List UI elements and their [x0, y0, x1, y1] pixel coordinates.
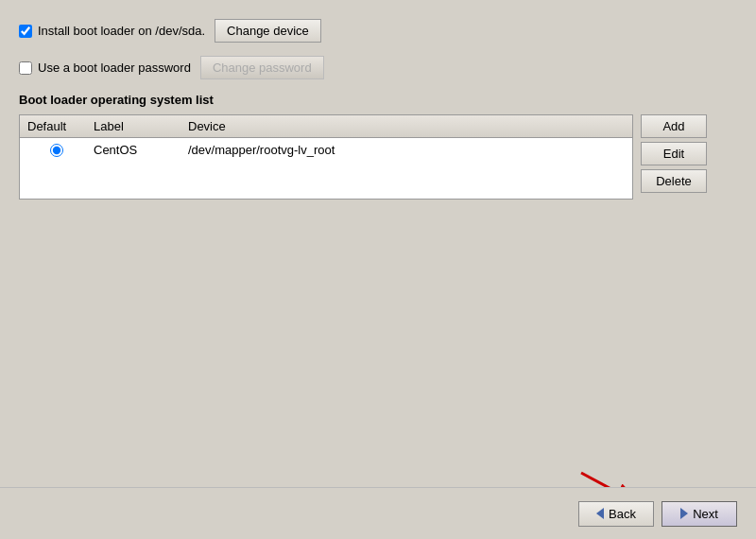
install-bootloader-label: Install boot loader on /dev/sda. — [19, 24, 205, 38]
col-header-device: Device — [184, 118, 628, 134]
os-list-title: Boot loader operating system list — [19, 93, 737, 107]
back-button[interactable]: Back — [578, 501, 654, 527]
row-device: /dev/mapper/rootvg-lv_root — [184, 142, 628, 158]
use-password-label: Use a boot loader password — [19, 61, 191, 75]
col-header-default: Default — [24, 118, 90, 134]
table-row[interactable]: CentOS /dev/mapper/rootvg-lv_root — [20, 138, 632, 162]
back-arrow-icon — [596, 508, 604, 519]
back-label: Back — [609, 507, 636, 521]
change-device-button[interactable]: Change device — [215, 19, 321, 43]
row-default-radio[interactable] — [24, 143, 90, 158]
os-table: Default Label Device CentOS /dev/mapper/… — [19, 114, 633, 200]
table-action-buttons: Add Edit Delete — [641, 114, 707, 200]
use-password-text: Use a boot loader password — [38, 61, 191, 75]
delete-button[interactable]: Delete — [641, 169, 707, 193]
col-header-label: Label — [90, 118, 184, 134]
row-label: CentOS — [90, 142, 184, 158]
edit-button[interactable]: Edit — [641, 142, 707, 165]
install-bootloader-checkbox[interactable] — [19, 25, 32, 38]
use-password-checkbox[interactable] — [19, 61, 32, 75]
table-header: Default Label Device — [20, 115, 632, 138]
next-arrow-icon — [680, 508, 688, 519]
next-label: Next — [693, 507, 718, 521]
change-password-button: Change password — [200, 56, 324, 79]
bottom-navigation: Back Next — [0, 487, 756, 539]
add-button[interactable]: Add — [641, 114, 707, 138]
install-bootloader-text: Install boot loader on /dev/sda. — [38, 24, 205, 38]
next-button[interactable]: Next — [662, 501, 737, 527]
